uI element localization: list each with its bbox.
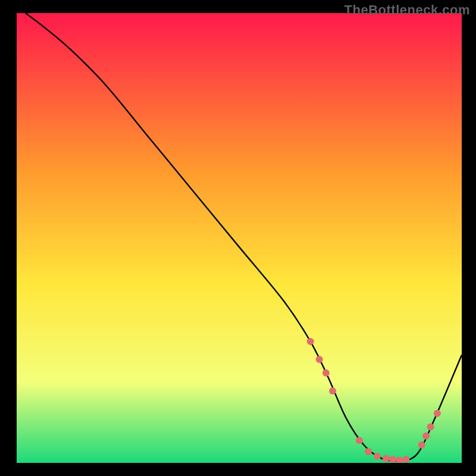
data-point-12 (422, 433, 430, 440)
plot-area (17, 13, 462, 463)
data-point-5 (365, 448, 372, 455)
data-point-10 (403, 456, 410, 463)
data-point-7 (383, 455, 390, 462)
chart-frame: TheBottleneck.com (0, 0, 476, 476)
data-point-3 (329, 387, 336, 394)
gradient-background (17, 13, 462, 463)
data-point-11 (418, 441, 425, 449)
data-point-8 (389, 456, 396, 463)
data-point-4 (356, 437, 363, 444)
data-point-6 (374, 453, 381, 460)
data-point-2 (322, 369, 330, 377)
data-point-0 (307, 338, 314, 345)
data-point-1 (316, 356, 323, 363)
data-point-13 (427, 424, 434, 431)
plot-svg (17, 13, 462, 463)
data-point-14 (434, 410, 441, 417)
